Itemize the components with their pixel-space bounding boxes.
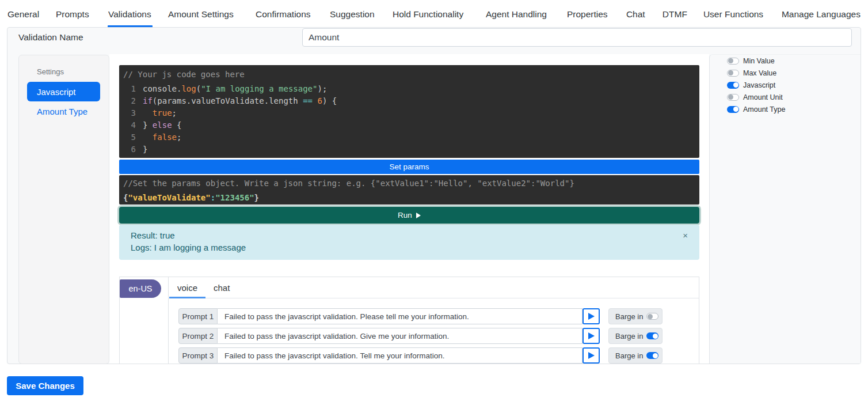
save-changes-button[interactable]: Save Changes (7, 376, 83, 395)
toggle-min-value[interactable] (727, 58, 739, 65)
tab-voice[interactable]: voice (169, 277, 205, 298)
toggle-row: Min Value (727, 55, 861, 67)
toggle-amount-unit[interactable] (727, 94, 739, 101)
validation-name-input[interactable] (302, 28, 852, 47)
sidebar-item-amount-type[interactable]: Amount Type (37, 107, 109, 116)
nav-tab-general[interactable]: General (7, 0, 39, 27)
validation-card: Validation Name Settings Javascript Amou… (7, 27, 861, 364)
toggle-row: Amount Type (727, 103, 861, 115)
toggle-label: Max Value (743, 69, 776, 77)
code-token: == (303, 96, 313, 105)
line-number: 2 (123, 95, 136, 107)
line-number: 4 (123, 119, 136, 131)
nav-tab-chat[interactable]: Chat (626, 0, 645, 27)
prompt-text-input[interactable]: Failed to pass the javascript validation… (218, 347, 583, 364)
barge-in-toggle[interactable] (646, 352, 658, 359)
barge-in-chip: Barge in (608, 308, 663, 324)
validation-toggles-panel: Min ValueMax ValueJavascriptAmount UnitA… (709, 54, 861, 364)
code-token: : (211, 193, 215, 202)
line-number: 3 (123, 107, 136, 119)
settings-sidebar: Settings Javascript Amount Type (18, 55, 109, 364)
code-placeholder-comment: // Your js code goes here (123, 69, 692, 81)
switch-knob (733, 107, 738, 112)
switch-knob (728, 70, 733, 75)
code-token: ) { (322, 96, 337, 105)
code-line: 4} else { (123, 119, 692, 131)
toggle-label: Amount Unit (743, 93, 783, 101)
logs-line: Logs: I am logging a message (131, 241, 691, 254)
barge-in-label: Barge in (615, 332, 643, 341)
barge-in-chip: Barge in (608, 347, 663, 364)
toggle-javascript[interactable] (727, 82, 739, 89)
code-token: ; (172, 108, 177, 118)
params-placeholder-comment: //Set the params object. Write a json st… (123, 177, 692, 190)
barge-in-label: Barge in (615, 351, 643, 360)
play-icon (416, 213, 421, 218)
result-line: Result: true (131, 229, 691, 241)
code-token: if (143, 96, 153, 105)
code-token: "valueToValidate" (128, 193, 210, 202)
barge-in-toggle[interactable] (646, 313, 658, 320)
js-code-editor[interactable]: // Your js code goes here 1console.log("… (119, 65, 699, 158)
nav-tab-validations[interactable]: Validations (108, 0, 151, 27)
nav-tab-hold-functionality[interactable]: Hold Functionality (393, 0, 463, 27)
prompt-text-input[interactable]: Failed to pass the javascript validation… (218, 328, 583, 344)
toggle-row: Max Value (727, 67, 861, 79)
prompt-play-button[interactable] (583, 308, 600, 324)
top-nav: GeneralPromptsValidationsAmount Settings… (0, 0, 868, 27)
prompt-label: Prompt 1 (178, 308, 218, 324)
code-line: 2if(params.valueToValidate.length == 6) … (123, 95, 692, 107)
switch-knob (653, 334, 658, 339)
code-token: ( (196, 84, 201, 93)
code-token: false (153, 133, 177, 142)
play-icon (588, 313, 595, 320)
tab-chat[interactable]: chat (205, 277, 238, 298)
nav-tab-prompts[interactable]: Prompts (56, 0, 89, 27)
toggle-max-value[interactable] (727, 70, 739, 77)
nav-tab-suggestion[interactable]: Suggestion (330, 0, 375, 27)
close-icon[interactable]: × (683, 231, 688, 240)
card-body: Settings Javascript Amount Type // Your … (7, 54, 861, 364)
code-token: 6 (317, 96, 322, 105)
prompt-row: Prompt 2Failed to pass the javascript va… (178, 328, 663, 344)
nav-tab-confirmations[interactable]: Confirmations (256, 0, 311, 27)
code-token: } (254, 193, 259, 202)
code-token (143, 108, 153, 118)
set-params-button[interactable]: Set params (119, 160, 699, 174)
nav-tab-dtmf[interactable]: DTMF (663, 0, 687, 27)
sidebar-title: Settings (37, 67, 109, 76)
nav-tab-properties[interactable]: Properties (567, 0, 608, 27)
switch-knob (653, 353, 658, 358)
line-number: 6 (123, 143, 136, 156)
prompt-row: Prompt 3Failed to pass the javascript va… (178, 347, 663, 364)
prompt-text-input[interactable]: Failed to pass the javascript validation… (218, 308, 583, 324)
language-badge[interactable]: en-US (120, 279, 161, 298)
nav-tab-agent-handling[interactable]: Agent Handling (486, 0, 547, 27)
toggle-amount-type[interactable] (727, 106, 739, 113)
nav-tab-amount-settings[interactable]: Amount Settings (168, 0, 234, 27)
play-icon (588, 332, 595, 339)
code-line: 6} (123, 143, 692, 156)
code-line: 5 false; (123, 131, 692, 143)
toggle-label: Min Value (743, 57, 775, 65)
line-number: 1 (123, 83, 136, 95)
switch-knob (728, 58, 733, 63)
code-line: 1console.log("I am logging a message"); (123, 83, 692, 95)
nav-tab-manage-languages[interactable]: Manage Languages (782, 0, 861, 27)
prompts-table: en-US voicechat Prompt 1Failed to pass t… (119, 277, 699, 364)
code-token: { (172, 120, 182, 130)
code-token: console. (143, 84, 181, 93)
switch-knob (648, 314, 653, 319)
code-token: } (143, 120, 153, 130)
prompt-rows: Prompt 1Failed to pass the javascript va… (169, 298, 699, 364)
prompt-play-button[interactable] (583, 347, 600, 364)
line-number: 5 (123, 131, 136, 143)
toggle-row: Javascript (727, 79, 861, 91)
prompt-play-button[interactable] (583, 328, 600, 344)
toggle-row: Amount Unit (727, 91, 861, 103)
sidebar-item-javascript[interactable]: Javascript (27, 82, 100, 101)
params-editor[interactable]: //Set the params object. Write a json st… (119, 175, 699, 205)
run-button[interactable]: Run (119, 207, 699, 224)
barge-in-toggle[interactable] (646, 332, 658, 339)
nav-tab-user-functions[interactable]: User Functions (703, 0, 763, 27)
